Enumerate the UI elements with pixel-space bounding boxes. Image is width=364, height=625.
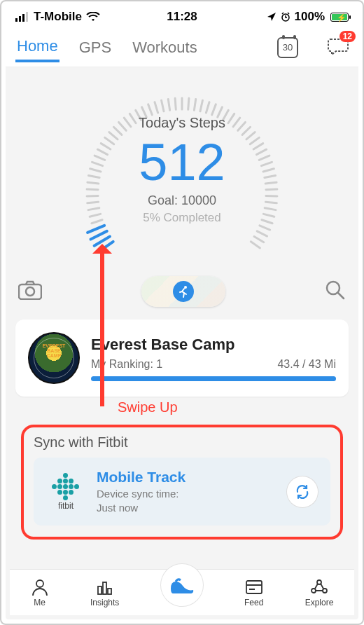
tab-track[interactable] [161,564,203,606]
svg-line-46 [242,127,250,135]
svg-line-22 [105,137,114,144]
clock: 11:28 [167,10,197,24]
ranking-label: My Ranking: 1 [91,358,162,371]
tab-me[interactable]: Me [31,578,49,607]
svg-line-53 [263,169,274,172]
svg-rect-3 [26,12,28,22]
svg-line-12 [88,202,99,203]
svg-line-18 [92,162,103,165]
battery-pct: 100% [295,10,325,24]
svg-line-16 [88,175,99,177]
steps-gauge[interactable]: Today's Steps 512 Goal: 10000 5% Complet… [15,74,349,270]
svg-line-37 [194,99,195,110]
svg-line-19 [94,156,105,160]
screen: T-Mobile 11:28 100% ⚡ Home GPS Workouts … [6,6,358,619]
svg-line-47 [246,132,255,139]
svg-line-55 [265,182,276,184]
carrier-label: T-Mobile [34,10,82,24]
sync-section: Sync with Fitbit fitbit Mobile Track [21,425,343,540]
bottom-tabbar: Me Insights Feed Explore [10,569,354,615]
svg-line-43 [228,114,234,123]
wifi-icon [86,12,100,22]
steps-value: 512 [139,134,225,191]
svg-line-8 [88,226,104,233]
pct-label: 5% Completed [139,211,225,225]
svg-line-30 [148,104,153,115]
svg-point-77 [323,589,327,593]
svg-line-25 [119,122,127,130]
top-nav: Home GPS Workouts 30 12 [6,28,358,67]
tab-feed[interactable]: Feed [244,578,263,607]
status-bar: T-Mobile 11:28 100% ⚡ [6,6,358,28]
svg-line-63 [257,231,267,236]
svg-line-33 [168,99,169,110]
sync-time-label: Device sync time:Just now [97,487,276,514]
svg-line-40 [212,104,216,115]
chat-icon[interactable]: 12 [328,36,349,59]
map-button[interactable] [141,276,225,307]
sync-button[interactable] [287,476,318,507]
svg-line-17 [90,169,101,172]
svg-line-9 [92,220,102,224]
challenge-card[interactable]: EVERESTBASE CAMP Everest Base Camp My Ra… [15,320,349,397]
svg-line-26 [124,118,131,127]
bars-icon [96,578,114,596]
svg-line-27 [130,114,136,123]
calendar-icon[interactable]: 30 [277,37,298,58]
challenge-badge-icon: EVERESTBASE CAMP [28,332,80,384]
svg-line-61 [262,220,272,224]
svg-line-45 [238,122,246,130]
tab-home[interactable]: Home [15,33,59,62]
tab-explore[interactable]: Explore [305,578,334,607]
svg-line-60 [263,214,274,217]
device-name: Mobile Track [97,469,276,486]
svg-rect-71 [98,586,102,594]
svg-rect-2 [22,14,24,22]
svg-rect-0 [15,18,18,22]
svg-line-62 [260,226,270,230]
svg-line-51 [259,156,270,160]
tab-workouts[interactable]: Workouts [131,34,199,61]
svg-line-34 [175,98,176,109]
camera-icon[interactable] [18,280,42,303]
chat-badge: 12 [340,31,356,42]
svg-line-14 [87,189,98,190]
device-frame: T-Mobile 11:28 100% ⚡ Home GPS Workouts … [0,0,364,625]
svg-point-76 [312,589,316,593]
svg-line-32 [162,100,164,111]
svg-line-38 [200,100,202,111]
goal-label: Goal: 10000 [139,193,225,208]
sync-card[interactable]: fitbit Mobile Track Device sync time:Jus… [34,458,330,526]
svg-line-20 [97,149,107,154]
svg-line-56 [266,189,277,190]
svg-line-54 [265,175,276,177]
fitbit-icon [52,473,80,498]
svg-line-65 [251,242,260,248]
challenge-title: Everest Base Camp [91,336,336,354]
svg-rect-73 [108,589,111,594]
svg-rect-74 [246,581,262,593]
battery-icon: ⚡ [329,13,349,22]
person-icon [31,578,49,596]
svg-line-15 [88,182,99,184]
search-icon[interactable] [325,280,346,303]
shoe-icon [169,575,195,596]
svg-line-23 [109,132,118,139]
feed-icon [245,578,263,596]
svg-line-36 [188,98,189,109]
svg-line-44 [233,118,240,127]
svg-line-48 [250,137,259,144]
svg-line-39 [206,102,209,113]
tab-gps[interactable]: GPS [78,34,113,61]
challenge-progress [91,376,336,381]
svg-line-21 [101,144,111,149]
tab-insights[interactable]: Insights [90,578,119,607]
swipe-up-label: Swipe Up [118,399,178,415]
svg-line-10 [90,214,101,217]
distance-label: 43.4 / 43 Mi [277,358,336,371]
gauge-label: Today's Steps [139,115,225,131]
svg-point-70 [36,580,43,587]
svg-line-49 [253,144,263,149]
sync-section-title: Sync with Fitbit [34,434,330,451]
signal-icon [15,12,29,22]
